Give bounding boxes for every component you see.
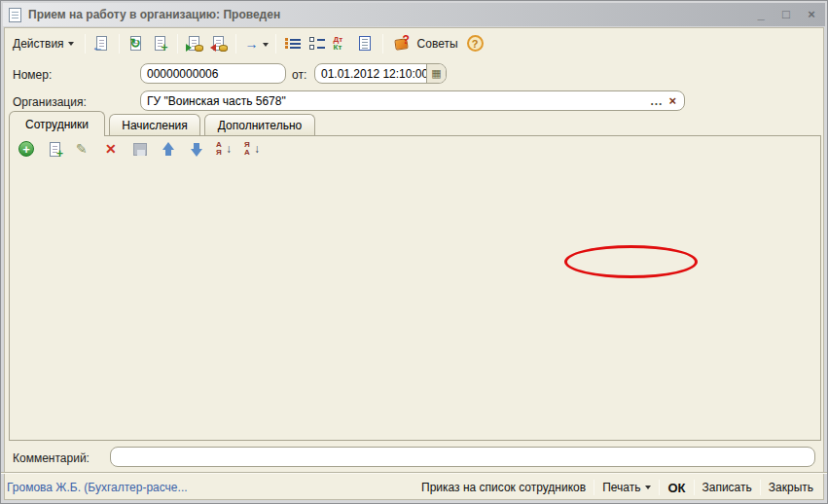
tab-employees[interactable]: Сотрудники [9, 111, 105, 136]
minimize-button[interactable]: _ [753, 8, 769, 21]
tips-button[interactable]: ? Советы [390, 32, 462, 55]
organization-lookup-button[interactable]: ... [646, 94, 666, 108]
window-title: Прием на работу в организацию: Проведен [28, 8, 280, 21]
toolbar-separator [275, 34, 276, 54]
dropdown-caret-icon [68, 42, 74, 46]
move-up-icon[interactable] [159, 140, 178, 160]
checkbox-list-icon[interactable] [307, 34, 327, 54]
date-input[interactable]: 01.01.2012 12:10:00 ▦ [314, 63, 447, 84]
write-button[interactable]: Записать [695, 479, 760, 496]
date-label: от: [292, 68, 306, 82]
grid-toolbar: + + ✎ ✕ АЯ↓ ЯА↓ [18, 140, 263, 160]
journal-icon[interactable] [356, 34, 376, 54]
sort-desc-icon[interactable]: ЯА↓ [243, 140, 263, 160]
toolbar-separator [235, 34, 236, 54]
edit-row-icon[interactable]: ✎ [74, 140, 93, 160]
ok-button[interactable]: ОК [660, 479, 693, 497]
go-to-icon[interactable]: → [243, 34, 269, 54]
delete-row-icon[interactable]: ✕ [102, 140, 122, 160]
employees-tab-panel: + + ✎ ✕ АЯ↓ ЯА↓ [9, 135, 821, 441]
tips-book-icon: ? [394, 34, 414, 54]
help-icon[interactable]: ? [467, 35, 484, 52]
post-document-icon[interactable] [185, 34, 204, 54]
reread-icon[interactable]: ← [92, 34, 112, 54]
number-label: Номер: [13, 68, 52, 82]
document-icon [9, 8, 21, 22]
title-bar: Прием на работу в организацию: Проведен … [3, 3, 825, 26]
statusbar-divider [1, 472, 827, 474]
actions-menu-button[interactable]: Действия [9, 35, 78, 53]
calendar-icon: ▦ [431, 67, 441, 80]
copy-row-icon[interactable]: + [46, 140, 65, 160]
calendar-button[interactable]: ▦ [426, 64, 446, 83]
toolbar-separator [85, 34, 86, 54]
maximize-button[interactable]: □ [778, 8, 794, 21]
sort-asc-icon[interactable]: АЯ↓ [215, 140, 234, 160]
order-list-button[interactable]: Приказ на список сотрудников [414, 479, 594, 496]
refresh-icon[interactable]: ↻ [126, 34, 146, 54]
organization-input[interactable]: ГУ "Воинская часть 5678" ... × [140, 90, 685, 111]
main-toolbar: Действия ← ↻ + → ДтКт ? Советы ? [5, 29, 823, 57]
tab-accruals[interactable]: Начисления [109, 114, 200, 136]
toolbar-separator [119, 34, 120, 54]
save-row-icon[interactable] [130, 140, 150, 160]
organization-clear-button[interactable]: × [666, 93, 678, 108]
copy-icon[interactable]: + [151, 34, 170, 54]
move-down-icon[interactable] [187, 140, 206, 160]
tab-extra[interactable]: Дополнительно [204, 114, 315, 136]
status-bar: Громова Ж.Б. (Бухгалтер-расче... Приказ … [7, 476, 821, 499]
close-form-button[interactable]: Закрыть [761, 479, 821, 496]
add-row-icon[interactable]: + [18, 140, 37, 160]
dropdown-caret-icon [645, 486, 651, 489]
number-input[interactable]: 00000000006 [140, 63, 286, 84]
comment-label: Комментарий: [13, 451, 90, 465]
print-button[interactable]: Печать [594, 479, 659, 496]
organization-label: Организация: [13, 95, 87, 109]
close-button[interactable]: × [804, 8, 819, 21]
unpost-document-icon[interactable] [209, 34, 229, 54]
comment-input[interactable] [110, 447, 815, 467]
toolbar-separator [177, 34, 178, 54]
current-user-text: Громова Ж.Б. (Бухгалтер-расче... [7, 481, 188, 494]
structure-list-icon[interactable] [283, 34, 303, 54]
debit-credit-icon[interactable]: ДтКт [332, 34, 351, 54]
toolbar-separator [382, 34, 383, 54]
app-window: Прием на работу в организацию: Проведен … [0, 0, 828, 504]
